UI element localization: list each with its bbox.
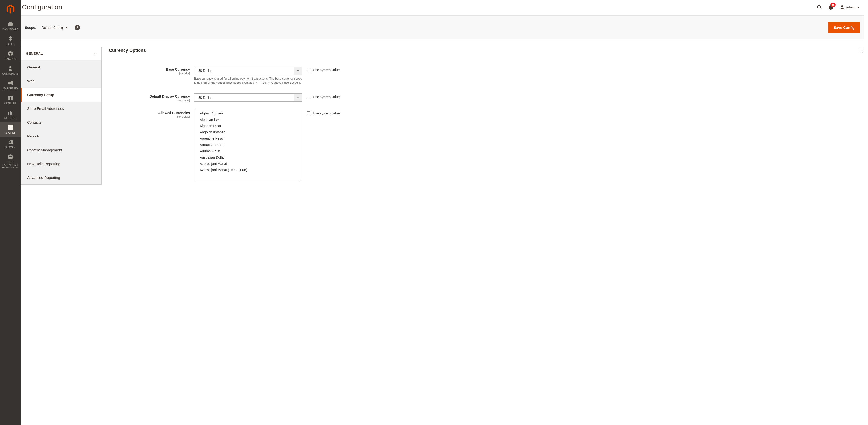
field-allowed-currencies: Allowed Currencies [store view] Afghan A… xyxy=(109,110,864,182)
nav-marketing[interactable]: MARKETING xyxy=(0,77,21,92)
scope-bar: Scope: Default Config ? Save Config xyxy=(21,15,864,39)
multiselect-option[interactable]: Aruban Florin xyxy=(194,148,302,154)
main: Configuration 38 admin Scope: Default Co… xyxy=(21,0,868,425)
nav-label: CONTENT xyxy=(4,102,17,104)
caret-down-icon: ▼ xyxy=(294,67,302,75)
nav-label: STORES xyxy=(5,131,16,134)
fields: Base Currency [website] US Dollar ▼ Base… xyxy=(109,67,864,182)
config-tab-reports[interactable]: Reports xyxy=(21,129,101,143)
nav-label: REPORTS xyxy=(4,117,17,119)
multiselect-option[interactable]: Azerbaijani Manat xyxy=(194,160,302,167)
dollar-icon xyxy=(7,36,13,41)
multiselect-option[interactable]: Angolan Kwanza xyxy=(194,129,302,135)
scope-switcher[interactable]: Default Config xyxy=(42,26,68,30)
field-default-display-currency: Default Display Currency [store view] US… xyxy=(109,93,864,102)
nav-dashboard[interactable]: DASHBOARD xyxy=(0,19,21,33)
caret-down-icon xyxy=(857,6,860,9)
gear-icon xyxy=(7,139,13,145)
scope-help-icon[interactable]: ? xyxy=(74,25,80,30)
config-panel: Currency Options ︿ Base Currency [websit… xyxy=(109,47,864,185)
multiselect-option[interactable]: Albanian Lek xyxy=(194,117,302,123)
use-system-value-checkbox[interactable] xyxy=(307,95,310,99)
field-scope: [website] xyxy=(109,72,190,75)
search-icon[interactable] xyxy=(817,5,822,10)
notification-badge: 38 xyxy=(831,3,836,7)
nav-content[interactable]: CONTENT xyxy=(0,92,21,107)
nav-label: MARKETING xyxy=(3,87,18,90)
megaphone-icon xyxy=(7,80,13,86)
admin-user-name: admin xyxy=(846,5,856,9)
config-tab-general[interactable]: General xyxy=(21,60,101,74)
nav-label: SALES xyxy=(6,43,14,45)
multiselect-option[interactable]: Australian Dollar xyxy=(194,154,302,160)
multiselect-option[interactable]: Afghan Afghani xyxy=(194,110,302,117)
nav-partners[interactable]: FIND PARTNERS & EXTENSIONS xyxy=(0,151,21,171)
config-tab-advanced-reporting[interactable]: Advanced Reporting xyxy=(21,171,101,185)
nav-label: CATALOG xyxy=(5,58,16,60)
multiselect-option[interactable]: Armenian Dram xyxy=(194,141,302,148)
config-tab-new-relic[interactable]: New Relic Reporting xyxy=(21,157,101,171)
base-currency-select[interactable]: US Dollar ▼ xyxy=(194,67,302,75)
page-header: Configuration 38 admin xyxy=(21,0,868,15)
field-label: Default Display Currency xyxy=(109,94,190,98)
select-value: US Dollar xyxy=(194,67,294,75)
nav-reports[interactable]: REPORTS xyxy=(0,107,21,122)
config-tab-head-label: GENERAL xyxy=(26,52,43,56)
header-actions: 38 admin xyxy=(817,5,861,10)
field-label: Allowed Currencies xyxy=(109,111,190,115)
nav-sales[interactable]: SALES xyxy=(0,33,21,48)
field-note: Base currency is used for all online pay… xyxy=(194,77,302,85)
default-display-currency-select[interactable]: US Dollar ▼ xyxy=(194,93,302,102)
multiselect-option[interactable]: Azerbaijani Manat (1993–2006) xyxy=(194,167,302,173)
caret-down-icon: ▼ xyxy=(294,93,302,102)
config-tab-content-management[interactable]: Content Management xyxy=(21,143,101,157)
nav-system[interactable]: SYSTEM xyxy=(0,136,21,151)
field-label: Base Currency xyxy=(109,68,190,71)
admin-user-menu[interactable]: admin xyxy=(840,5,860,9)
notifications-icon[interactable]: 38 xyxy=(828,5,834,10)
multiselect-option[interactable]: Algerian Dinar xyxy=(194,123,302,129)
config-tab-head-general[interactable]: GENERAL ︿ xyxy=(21,47,101,60)
chevron-up-icon: ︿ xyxy=(93,51,97,56)
box-icon xyxy=(7,51,13,56)
nav-customers[interactable]: CUSTOMERS xyxy=(0,63,21,77)
multiselect-option[interactable]: Argentine Peso xyxy=(194,135,302,141)
field-base-currency: Base Currency [website] US Dollar ▼ Base… xyxy=(109,67,864,85)
admin-menu: DASHBOARD SALES CATALOG CUSTOMERS MARKET… xyxy=(0,0,21,425)
field-scope: [store view] xyxy=(109,99,190,102)
select-value: US Dollar xyxy=(194,93,294,102)
bar-chart-icon xyxy=(7,110,13,115)
field-scope: [store view] xyxy=(109,115,190,118)
config-tab-store-email[interactable]: Store Email Addresses xyxy=(21,102,101,116)
config-tab-web[interactable]: Web xyxy=(21,74,101,88)
save-config-button[interactable]: Save Config xyxy=(828,22,860,33)
nav-catalog[interactable]: CATALOG xyxy=(0,48,21,63)
use-system-value-allowed[interactable]: Use system value xyxy=(307,110,340,115)
use-system-value-label: Use system value xyxy=(313,95,340,99)
puzzle-icon xyxy=(7,154,13,160)
scope-value-text: Default Config xyxy=(42,26,63,30)
use-system-value-label: Use system value xyxy=(313,68,340,72)
gauge-icon xyxy=(7,21,13,27)
magento-logo[interactable] xyxy=(0,0,21,19)
collapse-section-icon[interactable]: ︿ xyxy=(859,48,864,53)
person-icon xyxy=(7,66,13,71)
use-system-value-checkbox[interactable] xyxy=(307,68,310,72)
store-icon xyxy=(7,125,13,130)
config-tab-contacts[interactable]: Contacts xyxy=(21,116,101,129)
allowed-currencies-multiselect[interactable]: Afghan AfghaniAlbanian LekAlgerian Dinar… xyxy=(194,110,302,182)
section-header[interactable]: Currency Options ︿ xyxy=(109,47,864,55)
config-tab-currency-setup[interactable]: Currency Setup xyxy=(21,88,101,102)
nav-label: CUSTOMERS xyxy=(2,72,19,75)
nav-stores[interactable]: STORES xyxy=(0,122,21,136)
scope-label: Scope: xyxy=(25,26,36,30)
use-system-value-label: Use system value xyxy=(313,111,340,115)
caret-down-icon xyxy=(65,26,68,29)
layout-icon xyxy=(7,95,13,100)
use-system-value-base-currency[interactable]: Use system value xyxy=(307,67,340,72)
page-title: Configuration xyxy=(21,3,62,11)
nav-label: FIND PARTNERS & EXTENSIONS xyxy=(1,161,20,169)
use-system-value-default-display[interactable]: Use system value xyxy=(307,93,340,99)
use-system-value-checkbox[interactable] xyxy=(307,111,310,115)
content: GENERAL ︿ General Web Currency Setup Sto… xyxy=(21,39,868,185)
